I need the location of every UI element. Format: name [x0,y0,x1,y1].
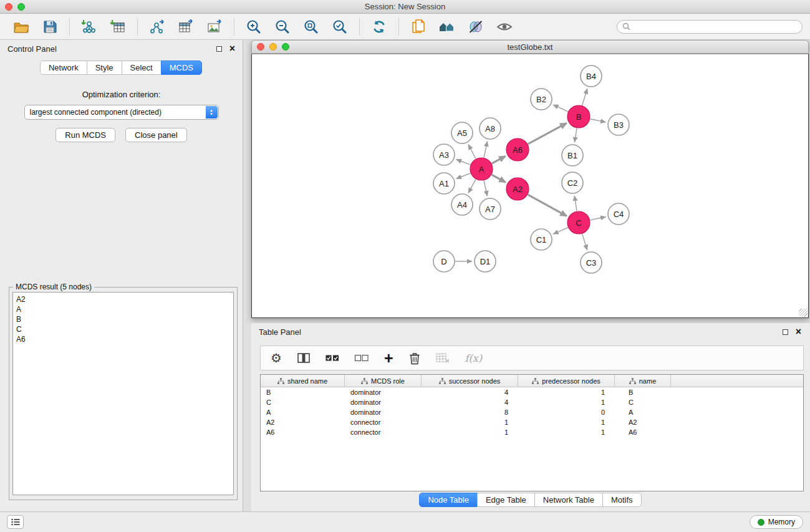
tab-select[interactable]: Select [122,60,162,75]
table-cell: A2 [615,417,671,427]
column-header-name[interactable]: name [615,375,671,387]
graph-edge[interactable] [492,156,506,163]
result-item[interactable]: A2 [16,294,230,304]
column-header-mcds-role[interactable]: MCDS role [345,375,422,387]
function-builder-button[interactable]: f(x) [465,352,482,364]
zoom-selected-button[interactable] [326,16,354,37]
zoom-fit-button[interactable] [297,16,325,37]
table-row[interactable]: Cdominator41C [261,397,803,407]
zoom-in-button[interactable] [240,16,268,37]
column-header-shared-name[interactable]: shared name [261,375,345,387]
graph-edge[interactable] [582,234,587,250]
criterion-dropdown[interactable]: largest connected component (directed) ▲… [24,105,219,120]
network-window-titlebar: testGlobe.txt [251,40,809,54]
table-tabs: Node Table Edge Table Network Table Moti… [251,493,810,507]
graph-edge[interactable] [553,105,568,112]
import-network-button[interactable] [75,16,103,37]
home-button[interactable] [433,16,461,37]
graph-node-label: B [576,112,582,122]
memory-status-icon [758,519,764,526]
close-panel-button[interactable]: Close panel [125,128,187,142]
tab-network-table[interactable]: Network Table [534,493,603,507]
graph-node-label: A [479,165,485,174]
column-header-predecessor-nodes[interactable]: predecessor nodes [518,375,615,387]
tab-motifs[interactable]: Motifs [602,493,642,507]
table-row[interactable]: A6connector11A6 [261,427,803,437]
graphics-details-button[interactable] [462,16,489,37]
close-table-panel-icon[interactable]: × [796,328,801,336]
close-panel-icon[interactable]: × [229,45,235,52]
result-item[interactable]: C [16,324,230,334]
mcds-result-list[interactable]: A2ABCA6 [12,292,234,495]
select-all-columns-button[interactable] [325,355,339,362]
graph-edge[interactable] [582,89,587,105]
panel-menu-button[interactable] [7,515,24,529]
table-cell: 4 [422,397,518,407]
status-bar: Memory [0,511,810,532]
memory-button[interactable]: Memory [750,515,803,529]
tab-network[interactable]: Network [40,60,87,75]
graph-edge[interactable] [574,128,577,143]
graph-edge[interactable] [456,173,471,179]
resize-grip[interactable] [799,309,808,317]
delete-column-button[interactable] [409,352,420,365]
export-table-button[interactable] [172,16,200,37]
result-item[interactable]: A [16,304,230,314]
graph-edge[interactable] [492,175,506,182]
node-table-body: Bdominator41BCdominator41CAdominator80AA… [261,387,803,437]
table-row[interactable]: A2connector11A2 [261,417,803,427]
graph-edge[interactable] [574,196,577,211]
graph-edge[interactable] [528,123,567,143]
clone-network-button[interactable] [405,16,432,37]
tab-mcds[interactable]: MCDS [161,60,202,75]
tab-style[interactable]: Style [87,60,122,75]
column-type-icon [629,378,636,384]
network-graph: B4B2BB3A5A8A6A3B1AC2A1A2A4A7C4CC1DD1C3 [252,54,809,317]
home-icon [438,19,456,34]
graph-edge[interactable] [468,180,476,193]
graph-node-label: A1 [439,179,449,188]
float-table-panel-icon[interactable] [783,329,788,335]
graph-edge[interactable] [484,181,487,196]
import-table-button[interactable] [104,16,132,37]
toolbar-separator [398,18,399,36]
graph-node-label: A8 [485,124,495,133]
refresh-icon [371,19,387,35]
tab-edge-table[interactable]: Edge Table [477,493,535,507]
main-toolbar [0,14,810,40]
save-session-button[interactable] [36,16,64,37]
tab-node-table[interactable]: Node Table [419,493,478,507]
graph-edge[interactable] [553,228,568,235]
graph-node-label: B1 [567,151,577,160]
column-type-icon [361,378,368,384]
table-settings-button[interactable]: ⚙ [271,352,282,364]
show-column-button[interactable] [297,352,310,364]
deselect-all-columns-button[interactable] [355,355,369,362]
run-mcds-button[interactable]: Run MCDS [55,128,115,142]
open-session-button[interactable] [7,16,35,37]
search-input[interactable] [634,22,797,31]
result-item[interactable]: B [16,314,230,324]
graph-edge[interactable] [591,216,606,220]
create-column-button[interactable]: + [384,351,393,366]
network-canvas[interactable]: B4B2BB3A5A8A6A3B1AC2A1A2A4A7C4CC1DD1C3 [251,54,809,318]
graph-edge[interactable] [456,160,471,165]
table-row[interactable]: Bdominator41B [261,387,803,397]
graph-edge[interactable] [468,145,476,159]
export-image-button[interactable] [201,16,228,37]
eye-button[interactable] [491,16,518,37]
apply-layout-button[interactable] [365,16,393,37]
column-header-successor-nodes[interactable]: successor nodes [422,375,518,387]
graph-edge[interactable] [528,195,567,216]
export-network-button[interactable] [143,16,171,37]
window-title: Session: New Session [0,2,810,11]
documents-icon [411,19,426,35]
graph-edge[interactable] [591,119,606,122]
float-panel-icon[interactable] [216,46,222,52]
graph-edge[interactable] [484,142,488,158]
result-item[interactable]: A6 [16,334,230,344]
column-icon [297,352,310,364]
control-panel: Control Panel × Network Style Select MCD… [0,40,243,511]
table-row[interactable]: Adominator80A [261,407,803,417]
zoom-out-button[interactable] [269,16,296,37]
